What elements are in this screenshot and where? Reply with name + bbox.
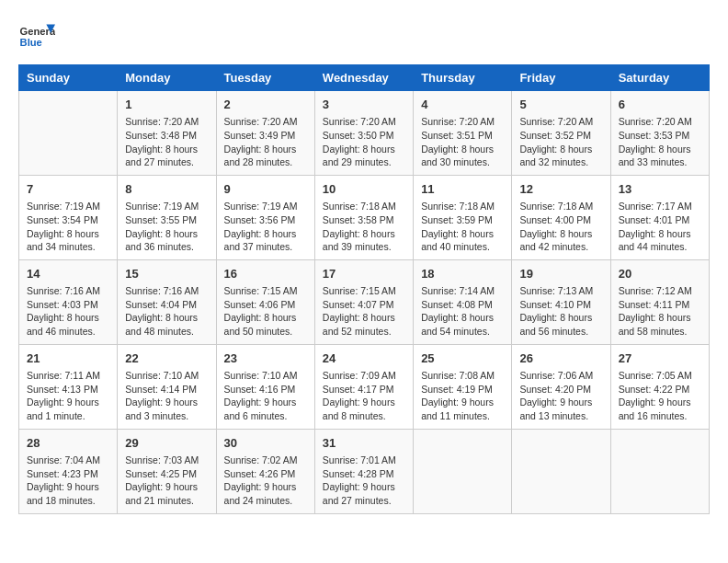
day-cell: 19Sunrise: 7:13 AMSunset: 4:10 PMDayligh…	[512, 259, 610, 344]
day-number: 4	[421, 97, 504, 113]
day-number: 1	[125, 97, 208, 113]
day-number: 30	[224, 435, 307, 452]
day-number: 28	[27, 435, 109, 452]
day-cell: 12Sunrise: 7:18 AMSunset: 4:00 PMDayligh…	[512, 175, 610, 259]
day-info: Sunrise: 7:18 AMSunset: 4:00 PMDaylight:…	[519, 200, 602, 254]
day-number: 6	[619, 97, 701, 113]
day-number: 14	[27, 266, 109, 282]
day-number: 24	[323, 350, 405, 367]
day-info: Sunrise: 7:02 AMSunset: 4:26 PMDaylight:…	[224, 454, 307, 508]
page-header: General Blue	[18, 18, 710, 55]
day-info: Sunrise: 7:16 AMSunset: 4:04 PMDaylight:…	[125, 284, 208, 339]
day-number: 16	[224, 266, 307, 282]
day-cell: 11Sunrise: 7:18 AMSunset: 3:59 PMDayligh…	[414, 175, 512, 259]
day-cell	[610, 429, 709, 513]
day-info: Sunrise: 7:20 AMSunset: 3:51 PMDaylight:…	[421, 115, 504, 169]
day-info: Sunrise: 7:08 AMSunset: 4:19 PMDaylight:…	[421, 369, 504, 423]
day-info: Sunrise: 7:20 AMSunset: 3:48 PMDaylight:…	[125, 115, 208, 169]
day-info: Sunrise: 7:18 AMSunset: 3:59 PMDaylight:…	[421, 200, 504, 254]
day-cell	[512, 429, 610, 513]
day-info: Sunrise: 7:17 AMSunset: 4:01 PMDaylight:…	[619, 200, 701, 254]
day-cell: 25Sunrise: 7:08 AMSunset: 4:19 PMDayligh…	[414, 344, 512, 429]
day-cell: 5Sunrise: 7:20 AMSunset: 3:52 PMDaylight…	[512, 91, 610, 176]
header-thursday: Thursday	[414, 65, 512, 91]
header-friday: Friday	[512, 65, 610, 91]
day-cell: 18Sunrise: 7:14 AMSunset: 4:08 PMDayligh…	[414, 259, 512, 344]
day-cell: 21Sunrise: 7:11 AMSunset: 4:13 PMDayligh…	[19, 344, 118, 429]
day-cell: 4Sunrise: 7:20 AMSunset: 3:51 PMDaylight…	[414, 91, 512, 176]
header-monday: Monday	[118, 65, 216, 91]
day-cell: 16Sunrise: 7:15 AMSunset: 4:06 PMDayligh…	[216, 259, 314, 344]
day-cell: 28Sunrise: 7:04 AMSunset: 4:23 PMDayligh…	[19, 429, 118, 513]
day-number: 8	[125, 181, 208, 198]
day-cell: 26Sunrise: 7:06 AMSunset: 4:20 PMDayligh…	[512, 344, 610, 429]
day-info: Sunrise: 7:20 AMSunset: 3:52 PMDaylight:…	[519, 115, 602, 169]
header-wednesday: Wednesday	[314, 65, 413, 91]
day-number: 26	[519, 350, 602, 367]
day-number: 10	[323, 181, 405, 198]
day-info: Sunrise: 7:06 AMSunset: 4:20 PMDaylight:…	[519, 369, 602, 423]
day-cell: 24Sunrise: 7:09 AMSunset: 4:17 PMDayligh…	[314, 344, 413, 429]
day-info: Sunrise: 7:19 AMSunset: 3:55 PMDaylight:…	[125, 200, 208, 254]
week-row-3: 14Sunrise: 7:16 AMSunset: 4:03 PMDayligh…	[19, 259, 710, 344]
day-cell: 2Sunrise: 7:20 AMSunset: 3:49 PMDaylight…	[216, 91, 314, 176]
day-cell: 23Sunrise: 7:10 AMSunset: 4:16 PMDayligh…	[216, 344, 314, 429]
day-cell: 1Sunrise: 7:20 AMSunset: 3:48 PMDaylight…	[118, 91, 216, 176]
day-number: 7	[27, 181, 109, 198]
day-cell	[414, 429, 512, 513]
day-info: Sunrise: 7:03 AMSunset: 4:25 PMDaylight:…	[125, 454, 208, 508]
day-number: 18	[421, 266, 504, 282]
week-row-5: 28Sunrise: 7:04 AMSunset: 4:23 PMDayligh…	[19, 429, 710, 513]
day-info: Sunrise: 7:05 AMSunset: 4:22 PMDaylight:…	[619, 369, 701, 423]
day-info: Sunrise: 7:15 AMSunset: 4:07 PMDaylight:…	[323, 284, 405, 339]
day-info: Sunrise: 7:13 AMSunset: 4:10 PMDaylight:…	[519, 284, 602, 339]
day-info: Sunrise: 7:15 AMSunset: 4:06 PMDaylight:…	[224, 284, 307, 339]
day-number: 5	[519, 97, 602, 113]
day-info: Sunrise: 7:11 AMSunset: 4:13 PMDaylight:…	[27, 369, 109, 423]
header-saturday: Saturday	[610, 65, 709, 91]
day-number: 15	[125, 266, 208, 282]
day-cell: 27Sunrise: 7:05 AMSunset: 4:22 PMDayligh…	[610, 344, 709, 429]
day-cell: 15Sunrise: 7:16 AMSunset: 4:04 PMDayligh…	[118, 259, 216, 344]
day-info: Sunrise: 7:20 AMSunset: 3:49 PMDaylight:…	[224, 115, 307, 169]
week-row-2: 7Sunrise: 7:19 AMSunset: 3:54 PMDaylight…	[19, 175, 710, 259]
day-number: 31	[323, 435, 405, 452]
day-number: 25	[421, 350, 504, 367]
day-cell: 17Sunrise: 7:15 AMSunset: 4:07 PMDayligh…	[314, 259, 413, 344]
day-info: Sunrise: 7:10 AMSunset: 4:14 PMDaylight:…	[125, 369, 208, 423]
day-number: 23	[224, 350, 307, 367]
day-cell	[19, 91, 118, 176]
day-cell: 31Sunrise: 7:01 AMSunset: 4:28 PMDayligh…	[314, 429, 413, 513]
day-number: 11	[421, 181, 504, 198]
day-cell: 13Sunrise: 7:17 AMSunset: 4:01 PMDayligh…	[610, 175, 709, 259]
day-cell: 30Sunrise: 7:02 AMSunset: 4:26 PMDayligh…	[216, 429, 314, 513]
day-info: Sunrise: 7:12 AMSunset: 4:11 PMDaylight:…	[619, 284, 701, 339]
day-number: 9	[224, 181, 307, 198]
day-info: Sunrise: 7:18 AMSunset: 3:58 PMDaylight:…	[323, 200, 405, 254]
day-number: 13	[619, 181, 701, 198]
header-sunday: Sunday	[19, 65, 118, 91]
day-info: Sunrise: 7:20 AMSunset: 3:50 PMDaylight:…	[323, 115, 405, 169]
day-cell: 6Sunrise: 7:20 AMSunset: 3:53 PMDaylight…	[610, 91, 709, 176]
day-info: Sunrise: 7:20 AMSunset: 3:53 PMDaylight:…	[619, 115, 701, 169]
day-number: 19	[519, 266, 602, 282]
day-info: Sunrise: 7:09 AMSunset: 4:17 PMDaylight:…	[323, 369, 405, 423]
day-cell: 8Sunrise: 7:19 AMSunset: 3:55 PMDaylight…	[118, 175, 216, 259]
day-cell: 29Sunrise: 7:03 AMSunset: 4:25 PMDayligh…	[118, 429, 216, 513]
day-info: Sunrise: 7:10 AMSunset: 4:16 PMDaylight:…	[224, 369, 307, 423]
day-info: Sunrise: 7:14 AMSunset: 4:08 PMDaylight:…	[421, 284, 504, 339]
logo: General Blue	[18, 18, 55, 55]
week-row-4: 21Sunrise: 7:11 AMSunset: 4:13 PMDayligh…	[19, 344, 710, 429]
day-info: Sunrise: 7:04 AMSunset: 4:23 PMDaylight:…	[27, 454, 109, 508]
logo-icon: General Blue	[18, 18, 55, 55]
header-row: SundayMondayTuesdayWednesdayThursdayFrid…	[19, 65, 710, 91]
day-cell: 22Sunrise: 7:10 AMSunset: 4:14 PMDayligh…	[118, 344, 216, 429]
day-info: Sunrise: 7:19 AMSunset: 3:56 PMDaylight:…	[224, 200, 307, 254]
day-number: 17	[323, 266, 405, 282]
day-cell: 20Sunrise: 7:12 AMSunset: 4:11 PMDayligh…	[610, 259, 709, 344]
header-tuesday: Tuesday	[216, 65, 314, 91]
svg-text:Blue: Blue	[20, 37, 42, 48]
week-row-1: 1Sunrise: 7:20 AMSunset: 3:48 PMDaylight…	[19, 91, 710, 176]
day-number: 22	[125, 350, 208, 367]
day-cell: 14Sunrise: 7:16 AMSunset: 4:03 PMDayligh…	[19, 259, 118, 344]
